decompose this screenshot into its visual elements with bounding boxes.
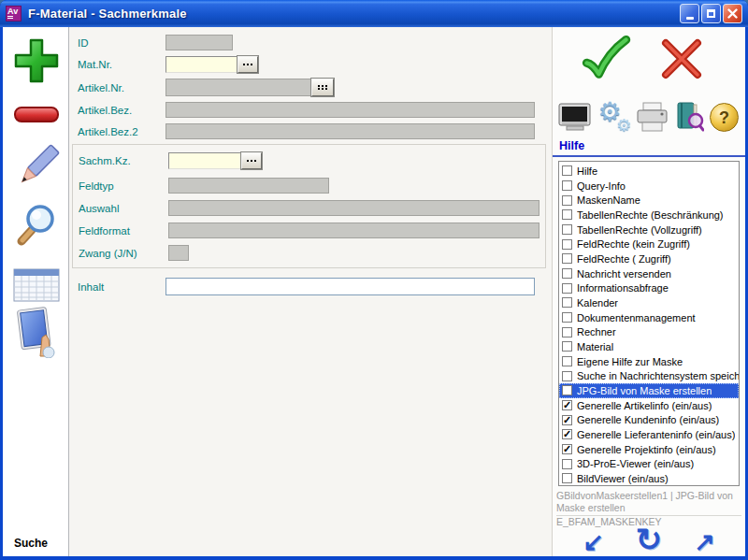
checked-checkbox[interactable]: ✓ xyxy=(562,415,572,425)
hilfe-divider xyxy=(553,155,745,157)
window-controls xyxy=(680,4,742,23)
hilfe-checklist: HilfeQuery-InfoMaskenNameTabellenRechte … xyxy=(558,161,740,486)
checklist-item[interactable]: Material xyxy=(559,339,739,354)
field-row-artikelnr: Artikel.Nr. xyxy=(78,79,334,96)
artikelbez-field xyxy=(165,102,535,118)
checklist-item[interactable]: Query-Info xyxy=(559,179,739,194)
unchecked-checkbox[interactable] xyxy=(562,224,572,235)
sachmkz-browse-button[interactable] xyxy=(241,152,262,169)
search-button[interactable] xyxy=(11,199,62,251)
unchecked-checkbox[interactable] xyxy=(562,180,572,191)
auswahl-label: Auswahl xyxy=(79,203,168,214)
unchecked-checkbox[interactable] xyxy=(562,473,572,483)
checklist-item[interactable]: Suche in Nachrichtensystem speich xyxy=(559,368,739,383)
artikelbez2-field xyxy=(165,123,535,139)
unchecked-checkbox[interactable] xyxy=(562,356,572,366)
document-search-button[interactable] xyxy=(675,101,704,132)
checklist-item[interactable]: FeldRechte ( Zugriff) xyxy=(559,251,739,266)
auswahl-field xyxy=(168,200,539,216)
printer-icon xyxy=(636,102,669,132)
checked-checkbox[interactable]: ✓ xyxy=(562,400,572,410)
maximize-icon xyxy=(707,9,715,18)
cancel-button[interactable] xyxy=(658,36,705,86)
field-row-matnr: Mat.Nr. xyxy=(78,56,258,73)
unchecked-checkbox[interactable] xyxy=(562,195,572,206)
right-panel: ⚙ ⚙ xyxy=(552,27,745,556)
inhalt-input[interactable] xyxy=(165,278,535,295)
monitor-button[interactable] xyxy=(558,102,592,132)
checklist-item[interactable]: JPG-Bild von Maske erstellen xyxy=(559,383,739,398)
unchecked-checkbox[interactable] xyxy=(562,165,572,176)
app-icon-stripe xyxy=(7,16,13,20)
checklist-item[interactable]: FeldRechte (kein Zugriff) xyxy=(559,237,739,251)
checked-checkbox[interactable]: ✓ xyxy=(562,444,572,454)
checklist-item-label: Kalender xyxy=(577,297,618,309)
id-field xyxy=(165,35,233,50)
app-window: Av F-Material - Sachmerkmale xyxy=(0,0,748,560)
unchecked-checkbox[interactable] xyxy=(562,239,572,250)
inhalt-label: Inhalt xyxy=(78,281,165,293)
unchecked-checkbox[interactable] xyxy=(562,283,572,294)
document-search-icon xyxy=(675,101,704,132)
matnr-input[interactable] xyxy=(165,56,237,73)
arrow-up-right-icon[interactable]: ↗ xyxy=(694,530,715,555)
checklist-item[interactable]: TabellenRechte (Beschränkung) xyxy=(559,208,739,223)
checklist-item[interactable]: MaskenName xyxy=(559,193,739,208)
unchecked-checkbox[interactable] xyxy=(562,385,572,395)
screen-hand-icon xyxy=(11,306,62,358)
id-label: ID xyxy=(78,37,165,49)
print-button[interactable] xyxy=(636,102,669,132)
checklist-item-label: Informationsabfrage xyxy=(577,282,669,294)
add-button[interactable] xyxy=(11,35,62,87)
close-button[interactable] xyxy=(723,4,742,23)
checklist-item[interactable]: 3D-ProE-Viewer (ein/aus) xyxy=(559,456,739,471)
arrow-down-left-icon[interactable]: ↙ xyxy=(583,530,604,555)
unchecked-checkbox[interactable] xyxy=(562,297,572,308)
unchecked-checkbox[interactable] xyxy=(562,209,572,220)
checklist-item-label: Material xyxy=(577,341,613,352)
sachmerkmal-groupbox: Sachm.Kz. Feldtyp Auswahl Feldformat xyxy=(72,144,546,268)
unchecked-checkbox[interactable] xyxy=(562,459,572,469)
unchecked-checkbox[interactable] xyxy=(562,268,572,279)
screen-select-button[interactable] xyxy=(11,306,62,358)
unchecked-checkbox[interactable] xyxy=(562,327,572,337)
checklist-item-label: FeldRechte ( Zugriff) xyxy=(577,253,671,265)
field-row-artikelbez2: Artikel.Bez.2 xyxy=(78,123,535,139)
checklist-item[interactable]: Rechner xyxy=(559,324,739,339)
unchecked-checkbox[interactable] xyxy=(562,312,572,323)
checklist-item-label: Generelle Lieferanteninfo (ein/aus) xyxy=(577,429,735,440)
maximize-button[interactable] xyxy=(701,4,721,23)
edit-button[interactable] xyxy=(11,141,62,194)
matnr-browse-button[interactable] xyxy=(237,56,258,73)
unchecked-checkbox[interactable] xyxy=(562,371,572,381)
checklist-item[interactable]: ✓Generelle Projektinfo (ein/aus) xyxy=(559,442,739,457)
artikelnr-browse-button[interactable] xyxy=(311,79,334,96)
sachmkz-input[interactable] xyxy=(168,152,241,169)
checklist-item[interactable]: BildViewer (ein/aus) xyxy=(559,471,739,486)
unchecked-checkbox[interactable] xyxy=(562,253,572,264)
delete-button[interactable] xyxy=(11,89,62,141)
checklist-item-label: BildViewer (ein/aus) xyxy=(577,473,669,484)
checklist-item[interactable]: Nachricht versenden xyxy=(559,266,739,281)
arrow-refresh-icon[interactable]: ↻ xyxy=(636,524,663,555)
unchecked-checkbox[interactable] xyxy=(562,341,572,352)
table-button[interactable] xyxy=(11,259,62,311)
checked-checkbox[interactable]: ✓ xyxy=(562,429,572,439)
checklist-item[interactable]: ✓Generelle Lieferanteninfo (ein/aus) xyxy=(559,427,739,442)
grid-dots-icon xyxy=(318,85,328,90)
matnr-label: Mat.Nr. xyxy=(78,59,165,70)
help-button[interactable]: ? xyxy=(710,103,739,132)
checklist-item[interactable]: TabellenRechte (Vollzugriff) xyxy=(559,223,739,237)
checklist-item[interactable]: Kalender xyxy=(559,295,739,310)
sachmkz-label: Sachm.Kz. xyxy=(79,155,168,166)
checklist-item[interactable]: Eigene Hilfe zur Maske xyxy=(559,354,739,369)
checklist-item[interactable]: ✓Generelle Artikelinfo (ein/aus) xyxy=(559,398,739,413)
minimize-button[interactable] xyxy=(680,4,699,23)
settings-button[interactable]: ⚙ ⚙ xyxy=(598,98,630,132)
checklist-item[interactable]: ✓Generelle Kundeninfo (ein/aus) xyxy=(559,412,739,427)
checklist-item[interactable]: Dokumentenmanagement xyxy=(559,310,739,325)
ok-button[interactable] xyxy=(581,34,631,88)
checklist-item[interactable]: Informationsabfrage xyxy=(559,280,739,295)
close-icon xyxy=(727,8,738,19)
checklist-item[interactable]: Hilfe xyxy=(559,164,739,179)
